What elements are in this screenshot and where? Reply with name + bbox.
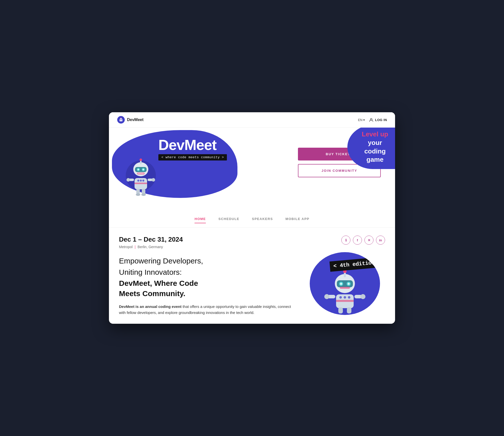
location-divider: | <box>135 245 136 249</box>
level-up-your: your <box>368 139 382 146</box>
hero-robot <box>124 155 157 198</box>
svg-rect-50 <box>347 307 351 313</box>
svg-point-22 <box>142 180 144 182</box>
tab-home[interactable]: HOME <box>195 217 206 223</box>
svg-rect-11 <box>135 167 147 172</box>
svg-point-46 <box>324 294 329 299</box>
login-button[interactable]: LOG IN <box>369 118 387 122</box>
event-description: DevMeet is an annual coding event that o… <box>119 304 295 316</box>
svg-point-10 <box>140 158 142 161</box>
browser-window: DevMeet EN ▾ LOG IN Level up your <box>109 112 395 324</box>
level-up-accent: Level up <box>362 130 388 138</box>
info-social-icon[interactable]: ℹ <box>341 236 350 245</box>
svg-point-29 <box>136 193 140 196</box>
edition-circle: < 4th edition> <box>310 252 380 315</box>
svg-point-24 <box>127 178 130 182</box>
svg-point-44 <box>348 296 350 299</box>
svg-point-42 <box>339 296 342 299</box>
event-location: Metropol | Berlin, Germany <box>119 245 295 249</box>
svg-point-43 <box>344 296 346 299</box>
svg-point-21 <box>140 180 142 182</box>
event-date: Dec 1 – Dec 31, 2024 <box>119 236 295 243</box>
svg-point-26 <box>152 178 155 182</box>
svg-point-37 <box>340 283 342 285</box>
content-left: Dec 1 – Dec 31, 2024 Metropol | Berlin, … <box>119 236 295 316</box>
svg-point-15 <box>143 169 144 170</box>
content-right: ℹ f ✕ in < 4th edition> <box>305 236 385 316</box>
event-headline-line2: Uniting Innovators: <box>119 267 295 278</box>
level-up-line2: coding game <box>355 147 395 164</box>
event-city: Berlin, Germany <box>138 245 163 249</box>
brand-name: DevMeet <box>127 118 144 122</box>
social-icons: ℹ f ✕ in <box>341 236 385 245</box>
brand-icon <box>117 116 125 124</box>
facebook-social-icon[interactable]: f <box>353 236 362 245</box>
hero-title: DevMeet <box>158 138 227 152</box>
x-social-icon[interactable]: ✕ <box>364 236 373 245</box>
robot-mascot <box>124 155 157 197</box>
description-bold: DevMeet is an annual coding event <box>119 304 181 309</box>
svg-point-48 <box>360 294 365 299</box>
svg-point-14 <box>138 169 139 170</box>
hero-blob: DevMeet < where code meets community > <box>117 128 247 198</box>
linkedin-social-icon[interactable]: in <box>376 236 385 245</box>
svg-point-38 <box>348 283 350 285</box>
hero-subtitle: < where code meets community > <box>158 154 227 160</box>
svg-point-30 <box>141 193 146 196</box>
chevron-down-icon: ▾ <box>363 118 365 122</box>
svg-rect-9 <box>140 160 142 164</box>
tab-schedule[interactable]: SCHEDULE <box>218 217 239 223</box>
language-selector[interactable]: EN ▾ <box>358 118 365 122</box>
svg-rect-41 <box>336 300 354 302</box>
user-icon <box>369 118 373 122</box>
svg-point-2 <box>120 119 121 120</box>
svg-rect-19 <box>135 183 147 184</box>
svg-point-3 <box>121 119 122 120</box>
event-headline-line1: Empowering Developers, <box>119 256 295 266</box>
hero-left: DevMeet < where code meets community > <box>117 128 292 198</box>
svg-point-20 <box>137 180 139 182</box>
svg-rect-49 <box>338 307 343 313</box>
hero-title-area: DevMeet < where code meets community > <box>158 138 227 160</box>
nav-tabs: HOME SCHEDULE SPEAKERS MOBILE APP <box>109 213 395 228</box>
svg-rect-39 <box>340 287 350 289</box>
login-label: LOG IN <box>375 118 387 122</box>
navbar: DevMeet EN ▾ LOG IN <box>109 112 395 128</box>
level-up-text: Level up your coding game <box>355 130 395 164</box>
main-content: Dec 1 – Dec 31, 2024 Metropol | Berlin, … <box>109 228 395 324</box>
hero-section: Level up your coding game <box>109 128 395 213</box>
svg-rect-17 <box>138 173 144 174</box>
edition-robot <box>320 265 370 315</box>
brand-logo[interactable]: DevMeet <box>117 116 144 124</box>
svg-point-5 <box>121 118 121 118</box>
event-headline-bold: DevMeet, Where CodeMeets Community. <box>119 278 295 299</box>
tab-speakers[interactable]: SPEAKERS <box>252 217 273 223</box>
level-up-line1: Level up your <box>355 130 395 147</box>
lang-label: EN <box>358 118 362 122</box>
event-venue: Metropol <box>119 245 133 249</box>
navbar-right: EN ▾ LOG IN <box>358 118 387 122</box>
tab-mobile-app[interactable]: MOBILE APP <box>285 217 309 223</box>
edition-banner: < 4th edition> <box>330 257 380 272</box>
